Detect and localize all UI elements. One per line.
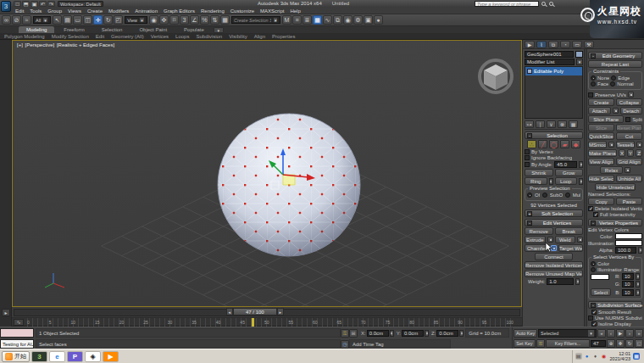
ribbon-panel-label[interactable]: Geometry (All) [111, 34, 144, 39]
utilities-tab[interactable]: ⚒ [584, 41, 594, 48]
msmooth-button[interactable]: MSmooth [588, 141, 607, 148]
menu-item[interactable]: Tools [30, 8, 42, 14]
maxscript-mini-listener-pink[interactable] [0, 328, 34, 338]
polygon-subobject-icon[interactable]: ▰ [560, 140, 569, 148]
time-tag-icon[interactable]: ◷ [341, 340, 349, 349]
viewcube[interactable] [480, 60, 512, 92]
tray-network-icon[interactable]: ● [584, 353, 591, 360]
menu-item[interactable]: MAXScript [260, 8, 284, 14]
msmooth-settings-button[interactable] [608, 142, 614, 148]
extrude-settings-button[interactable] [547, 237, 553, 243]
open-file-icon[interactable]: ⬒ [22, 1, 30, 7]
tray-volume-icon[interactable]: ♦ [592, 353, 599, 360]
selected-set-dropdown[interactable]: Selected▾ [538, 329, 597, 338]
weld-settings-button[interactable] [577, 237, 583, 243]
quickslice-button[interactable]: QuickSlice [588, 132, 614, 140]
element-subobject-icon[interactable]: ◆ [571, 140, 580, 148]
ribbon-panel-label[interactable]: Modify Selection [52, 34, 89, 39]
remove-modifier-icon[interactable]: ⊗ [558, 120, 567, 128]
auto-key-button[interactable]: Auto Key [514, 329, 537, 338]
repeat-last-button[interactable]: Repeat Last [588, 60, 642, 68]
ribbon-tab[interactable]: Object Paint [131, 26, 175, 33]
menu-item[interactable]: Help [290, 8, 300, 14]
expand-icon[interactable]: + [527, 211, 532, 216]
make-unique-icon[interactable]: ∨ [547, 120, 556, 128]
chevron-down-icon[interactable]: ▾ [576, 59, 583, 65]
named-selection-sets-field[interactable]: Create Selection Set▾ [231, 16, 280, 24]
x-spinner[interactable] [390, 330, 394, 337]
grid-align-button[interactable]: Grid Align [616, 158, 642, 165]
ring-spinner[interactable] [549, 178, 553, 185]
shrink-button[interactable]: Shrink [525, 169, 553, 176]
keyboard-override-toggle-icon[interactable]: ⌑ [169, 15, 179, 25]
spinner-snap-icon[interactable]: ⇅ [210, 15, 219, 25]
redo-icon[interactable]: ↷ [47, 1, 55, 7]
y-spinner[interactable] [425, 330, 429, 337]
constraint-normal-radio[interactable] [610, 81, 615, 87]
constraint-face-radio[interactable] [591, 81, 596, 87]
by-angle-spinner[interactable] [579, 161, 583, 168]
preview-off-radio[interactable] [527, 193, 532, 198]
start-button[interactable]: 开始 [2, 351, 30, 362]
ring-button[interactable]: Ring [525, 177, 547, 185]
new-scene-icon[interactable]: □ [14, 1, 21, 7]
select-object-icon[interactable]: ↖ [53, 15, 62, 25]
use-nurms-checkbox[interactable] [588, 316, 593, 321]
delete-isolated-vertices-checkbox[interactable]: ✓ [588, 206, 593, 211]
select-by-illumination-radio[interactable] [591, 267, 596, 272]
render-production-icon[interactable]: ● [374, 15, 383, 25]
viewport-shading-menu[interactable]: [Realistic + Edged Faces] [57, 42, 114, 47]
preserve-uvs-settings-button[interactable] [628, 92, 634, 98]
search-icon[interactable] [541, 1, 547, 7]
extrude-button[interactable]: Extrude [525, 236, 546, 243]
rectangular-selection-region-icon[interactable]: ▭ [73, 15, 82, 25]
preview-subobj-radio[interactable] [542, 193, 547, 198]
make-planar-button[interactable]: Make Planar [588, 149, 617, 157]
select-and-link-icon[interactable]: ∞ [2, 15, 11, 25]
grow-button[interactable]: Grow [555, 169, 584, 176]
ribbon-panel-label[interactable]: Visibility [229, 34, 247, 39]
selection-lock-icon[interactable]: ⚿ [341, 329, 349, 338]
pan-icon[interactable]: ✥ [616, 339, 625, 348]
edit-geometry-rollout-header[interactable]: -Edit Geometry [588, 52, 642, 59]
display-tab[interactable]: ▭ [572, 41, 582, 48]
weight-spinner[interactable] [575, 278, 580, 285]
vertex-illumination-swatch[interactable] [615, 240, 642, 246]
smooth-result-checkbox[interactable]: ✓ [591, 310, 597, 315]
viewport-general-menu[interactable]: [+] [17, 42, 23, 47]
select-and-manipulate-icon[interactable]: ✜ [159, 15, 169, 25]
constraint-edge-radio[interactable] [611, 75, 616, 81]
hide-unselected-button[interactable]: Hide Unselected [595, 183, 636, 191]
perspective-viewport[interactable]: [+] [Perspective] [Realistic + Edged Fac… [12, 40, 522, 307]
orbit-icon[interactable]: ↻ [625, 339, 634, 348]
layer-manager-icon[interactable]: ≣ [303, 15, 312, 25]
menu-item[interactable]: Group [47, 8, 62, 14]
z-spinner[interactable] [459, 330, 464, 337]
z-coordinate-field[interactable]: 0.0cm [436, 330, 458, 337]
motion-tab[interactable]: ◔ [560, 41, 570, 48]
y-coordinate-field[interactable]: 0.0cm [402, 330, 424, 337]
paste-button[interactable]: Paste [616, 198, 642, 205]
menu-item[interactable]: Modifiers [108, 8, 129, 14]
workspace-dropdown[interactable]: Workspace: Default [58, 1, 103, 7]
reference-coordinate-dropdown[interactable]: View▾ [125, 16, 147, 24]
current-frame-field[interactable]: 47 [591, 340, 606, 347]
soft-selection-rollout-header[interactable]: +Soft Selection [525, 209, 583, 217]
window-crossing-icon[interactable]: ◫ [83, 15, 92, 25]
hierarchy-tab[interactable]: ⧉ [548, 41, 558, 48]
snaps-toggle-icon[interactable]: 3 [180, 15, 189, 25]
by-vertex-checkbox[interactable] [525, 149, 530, 154]
modifier-list-dropdown[interactable]: Modifier List [525, 59, 575, 65]
loop-button[interactable]: Loop [555, 177, 578, 185]
hide-selected-button[interactable]: Hide Selected [588, 175, 614, 182]
taskbar-3dsmax-icon[interactable]: 3 [31, 351, 47, 362]
vertex-subobject-icon[interactable]: ∴ [527, 140, 536, 148]
add-time-tag[interactable]: Add Time Tag [349, 339, 451, 349]
collapse-icon[interactable]: - [527, 221, 532, 226]
collapse-button[interactable]: Collapse [616, 98, 642, 106]
planar-z-button[interactable]: Z [636, 149, 642, 157]
ribbon-expand-button[interactable]: ▸ [2, 309, 10, 316]
selection-filter-dropdown[interactable]: All▾ [33, 16, 51, 24]
ribbon-tab[interactable]: Modeling [19, 26, 54, 33]
viewport-pov-menu[interactable]: [Perspective] [25, 42, 55, 47]
